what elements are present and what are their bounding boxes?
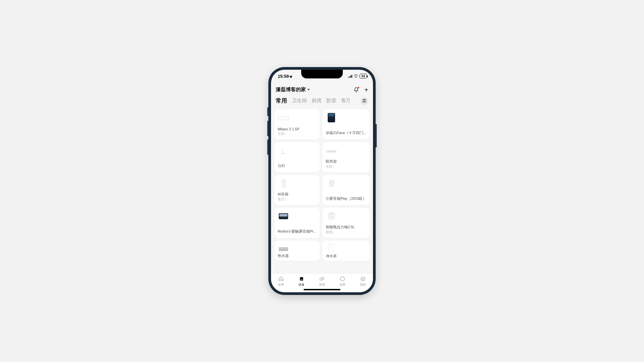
tab-living[interactable]: 客厅 [341,98,350,104]
svg-point-5 [362,279,363,279]
device-name: 冰箱21Face（十字四门... [326,131,366,135]
svg-rect-0 [300,277,303,281]
tabs-menu-button[interactable] [360,97,368,105]
device-name: AI音箱 [278,192,316,197]
tab-bedroom[interactable]: 卧室 [326,98,336,104]
device-thumb [278,145,289,156]
device-card[interactable]: 智能电压力锅2.5L 厨房 [322,208,370,238]
device-thumb [326,113,337,123]
power-button [376,124,377,147]
device-name: 晾衣架 [326,159,366,164]
device-scroll[interactable]: Milano 2 1.5P 主卧 冰箱21Face（十字四门... 台灯 [271,109,373,274]
tab-home[interactable]: 全屋 [278,276,284,287]
profile-icon [360,276,366,282]
device-card[interactable]: Milano 2 1.5P 主卧 [274,109,320,139]
device-card[interactable]: Redmi小爱触屏音箱Pr... [274,208,320,238]
home-title-text: 潇磊博客的家 [276,86,306,93]
tab-label: 发现 [319,283,325,287]
home-icon [278,276,284,282]
status-time: 15:59 [278,74,289,79]
volume-up [267,121,268,136]
device-name: 小爱音箱Play（2019款） [326,196,366,201]
device-name: 净水器 [326,254,366,257]
tab-discover[interactable]: 发现 [319,276,325,287]
device-thumb [278,244,289,252]
scenes-icon [339,276,345,282]
notch [301,70,343,78]
stage: 15:59 54 潇磊博客的家 [0,0,644,362]
device-name: 热水器 [278,254,316,257]
device-card[interactable]: 台灯 [274,142,320,172]
device-name: Milano 2 1.5P [278,127,316,131]
device-thumb [278,113,289,123]
device-card[interactable]: 冰箱21Face（十字四门... [322,109,370,139]
device-card[interactable]: 净水器 [322,241,370,261]
device-thumb [326,178,337,188]
device-room: 主卧 [278,132,316,136]
device-name: 台灯 [278,164,316,168]
volume-down [267,139,268,155]
notification-dot [358,87,359,88]
home-selector[interactable]: 潇磊博客的家 [276,86,310,93]
tab-label: 我的 [360,283,366,287]
device-card[interactable]: AI音箱 客厅 [274,175,320,205]
add-button[interactable]: + [364,87,368,93]
room-tabs: 常用 卫生间 厨房 卧室 客厅 [276,97,368,105]
device-card[interactable]: 热水器 [274,241,320,261]
battery-icon: 54 [360,74,367,78]
svg-point-3 [322,279,322,279]
device-name: Redmi小爱触屏音箱Pr... [278,229,316,234]
device-thumb [278,211,289,221]
device-room: 客厅 [278,197,316,202]
tab-devices[interactable]: 设备 [299,276,305,287]
device-thumb [326,211,337,221]
screen: 15:59 54 潇磊博客的家 [271,70,373,292]
mute-switch [267,107,268,116]
tab-kitchen[interactable]: 厨房 [312,98,322,104]
device-room: 主卧 [326,165,366,169]
cellular-icon [348,74,352,78]
wifi-icon [354,74,358,78]
device-card[interactable]: 晾衣架 主卧 [322,142,370,172]
phone-frame: 15:59 54 潇磊博客的家 [268,67,376,295]
device-card[interactable]: 小爱音箱Play（2019款） [322,175,370,205]
device-thumb [278,178,289,188]
tab-common[interactable]: 常用 [276,97,287,105]
svg-point-6 [363,279,364,279]
tab-bathroom[interactable]: 卫生间 [292,98,307,104]
app-header: 潇磊博客的家 + 常用 卫生间 厨房 卧室 [271,84,373,107]
chevron-down-icon [307,89,310,90]
tab-label: 设备 [299,283,305,287]
svg-point-4 [361,277,365,281]
tab-me[interactable]: 我的 [360,276,366,287]
device-room: 厨房 [326,230,366,235]
device-grid: Milano 2 1.5P 主卧 冰箱21Face（十字四门... 台灯 [274,109,370,261]
discover-icon [319,276,325,282]
tab-scenes[interactable]: 场景 [339,276,345,287]
device-thumb [326,145,337,156]
devices-icon [299,276,305,282]
device-name: 智能电压力锅2.5L [326,225,366,230]
location-icon [289,74,293,78]
tab-label: 全屋 [278,283,284,287]
svg-rect-1 [301,280,303,280]
device-thumb [326,244,337,252]
battery-level: 54 [362,74,365,78]
home-indicator [304,289,340,290]
tab-label: 场景 [339,283,345,287]
notifications-button[interactable] [354,87,359,93]
